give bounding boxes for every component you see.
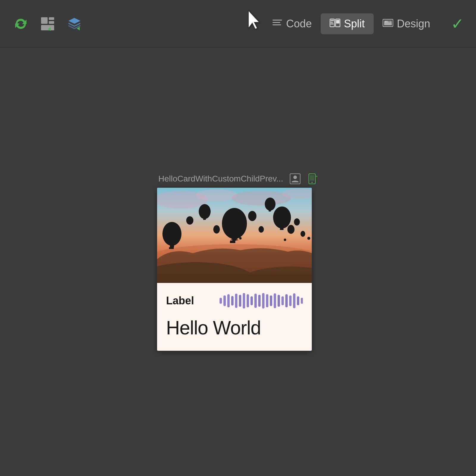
svg-point-57: [186, 216, 193, 225]
tab-design-label: Design: [397, 18, 430, 30]
svg-point-45: [273, 206, 291, 228]
svg-rect-80: [293, 293, 295, 308]
svg-rect-41: [230, 241, 235, 243]
svg-point-31: [231, 191, 291, 206]
svg-point-20: [385, 21, 386, 23]
svg-rect-11: [273, 24, 281, 25]
svg-point-60: [239, 237, 242, 239]
svg-point-49: [265, 198, 275, 211]
svg-rect-64: [231, 296, 234, 306]
svg-rect-9: [273, 20, 282, 21]
preview-container: HelloCardWithCustomChildPrev...: [157, 173, 319, 351]
svg-rect-81: [297, 296, 299, 305]
svg-rect-3: [41, 25, 54, 30]
svg-point-47: [199, 204, 211, 219]
svg-rect-69: [250, 296, 253, 305]
svg-rect-17: [336, 20, 339, 24]
svg-rect-10: [273, 22, 280, 23]
svg-point-30: [196, 189, 237, 201]
svg-rect-15: [331, 22, 333, 23]
code-tab-icon: [272, 18, 283, 30]
component-name: HelloCardWithCustomChildPrev...: [158, 174, 283, 184]
svg-rect-0: [41, 17, 48, 24]
preview-device-icon[interactable]: [307, 173, 319, 185]
svg-point-42: [162, 222, 181, 246]
svg-rect-67: [243, 293, 245, 309]
svg-rect-74: [270, 295, 272, 306]
svg-point-52: [287, 225, 295, 234]
toolbar-left: [12, 15, 83, 33]
card-body: Label: [157, 283, 312, 351]
svg-rect-50: [269, 210, 271, 212]
svg-rect-62: [223, 295, 226, 306]
svg-rect-27: [316, 176, 317, 177]
card-image: [157, 188, 312, 283]
svg-rect-71: [258, 295, 261, 307]
svg-rect-1: [49, 17, 54, 20]
preview-person-icon[interactable]: [289, 173, 301, 185]
toolbar: Code Split: [0, 0, 476, 48]
svg-rect-77: [281, 296, 284, 305]
layout-icon[interactable]: [39, 15, 57, 33]
preview-card: Label: [157, 188, 312, 351]
view-tabs: Code Split: [263, 13, 439, 34]
svg-point-23: [293, 176, 297, 179]
waveform: [220, 292, 303, 310]
svg-rect-72: [262, 293, 264, 309]
design-tab-icon: [383, 18, 393, 30]
svg-point-37: [222, 208, 247, 239]
svg-rect-73: [266, 294, 268, 307]
preview-label-bar: HelloCardWithCustomChildPrev...: [157, 173, 319, 185]
svg-rect-79: [289, 295, 292, 306]
tab-code-label: Code: [286, 18, 312, 30]
split-tab-icon: [330, 18, 340, 30]
checkmark-icon: ✓: [451, 15, 464, 33]
svg-rect-65: [235, 294, 237, 308]
svg-rect-2: [49, 21, 54, 24]
svg-rect-66: [239, 295, 241, 307]
svg-marker-5: [68, 18, 80, 24]
toolbar-right: Code Split: [263, 13, 464, 34]
svg-point-55: [259, 226, 264, 233]
svg-rect-16: [331, 24, 333, 24]
tab-split[interactable]: Split: [321, 13, 374, 34]
refresh-icon[interactable]: [12, 15, 30, 33]
svg-rect-70: [254, 294, 257, 308]
main-content: HelloCardWithCustomChildPrev...: [0, 48, 476, 476]
svg-point-53: [213, 225, 220, 234]
svg-rect-63: [227, 294, 230, 307]
svg-rect-46: [280, 228, 284, 230]
layers-icon[interactable]: [65, 15, 83, 33]
svg-point-56: [300, 231, 305, 237]
tab-design[interactable]: Design: [374, 13, 439, 34]
card-label: Label: [166, 295, 194, 307]
svg-rect-75: [274, 293, 276, 308]
svg-rect-38: [232, 238, 237, 241]
svg-point-54: [294, 218, 300, 226]
svg-rect-61: [220, 298, 222, 304]
svg-rect-76: [278, 295, 280, 307]
svg-point-58: [307, 237, 310, 240]
tab-split-label: Split: [344, 18, 365, 30]
card-title: Hello World: [166, 317, 303, 339]
svg-point-51: [248, 211, 256, 221]
svg-point-25: [311, 182, 313, 183]
svg-rect-26: [310, 175, 314, 181]
svg-rect-82: [301, 298, 303, 304]
svg-rect-43: [170, 245, 174, 248]
svg-rect-44: [169, 247, 174, 249]
svg-rect-68: [247, 294, 249, 307]
svg-rect-78: [285, 294, 288, 307]
svg-rect-14: [331, 20, 334, 21]
card-label-row: Label: [166, 292, 303, 310]
svg-rect-48: [203, 218, 206, 220]
tab-code[interactable]: Code: [263, 13, 321, 34]
svg-point-59: [284, 239, 286, 241]
